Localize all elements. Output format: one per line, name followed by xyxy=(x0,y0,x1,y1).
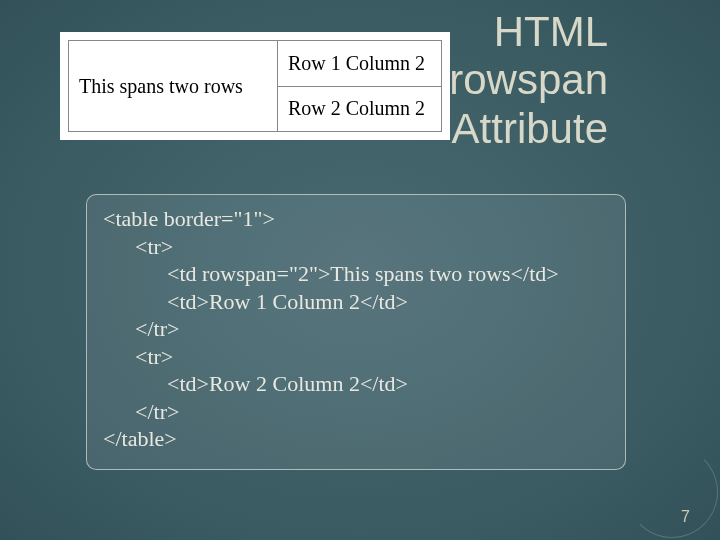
code-line: </table> xyxy=(103,425,609,453)
code-line: <table border="1"> xyxy=(103,205,609,233)
example-rendered-table: This spans two rows Row 1 Column 2 Row 2… xyxy=(60,32,450,140)
title-line-3: Attribute xyxy=(449,105,608,153)
cell-rowspan: This spans two rows xyxy=(69,41,278,132)
code-line: </tr> xyxy=(103,398,609,426)
decorative-swirl xyxy=(580,400,720,540)
code-line: <td>Row 1 Column 2</td> xyxy=(103,288,609,316)
cell-r2c2: Row 2 Column 2 xyxy=(277,86,441,132)
title-line-1: HTML xyxy=(449,8,608,56)
table-row: This spans two rows Row 1 Column 2 xyxy=(69,41,442,87)
code-line: <td rowspan="2">This spans two rows</td> xyxy=(103,260,609,288)
slide-title: HTML rowspan Attribute xyxy=(449,8,608,153)
code-line: <td>Row 2 Column 2</td> xyxy=(103,370,609,398)
slide: HTML rowspan Attribute This spans two ro… xyxy=(0,0,720,540)
cell-r1c2: Row 1 Column 2 xyxy=(277,41,441,87)
code-line: </tr> xyxy=(103,315,609,343)
code-line: <tr> xyxy=(103,233,609,261)
title-line-2: rowspan xyxy=(449,56,608,104)
code-listing: <table border="1"> <tr> <td rowspan="2">… xyxy=(86,194,626,470)
code-line: <tr> xyxy=(103,343,609,371)
demo-table: This spans two rows Row 1 Column 2 Row 2… xyxy=(68,40,442,132)
page-number: 7 xyxy=(681,508,690,526)
